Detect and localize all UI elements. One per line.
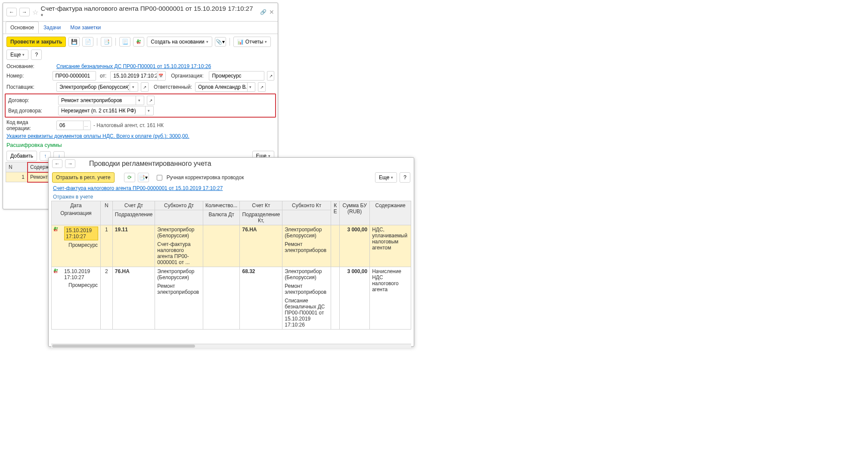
op-code-input[interactable]: …: [56, 121, 91, 130]
col-n[interactable]: N: [100, 201, 112, 225]
supplier-row: Поставщик: ▾ ↗ Ответственный: ▾ ↗: [3, 81, 278, 93]
date-input[interactable]: 📅: [110, 71, 166, 81]
calendar-icon[interactable]: 📅: [158, 72, 164, 80]
col-subdt[interactable]: Субконто Дт: [155, 201, 203, 210]
entries-toolbar: Отразить в регл. учете ⟳ 📑▾ Ручная корре…: [49, 170, 414, 185]
window-title: Проводки регламентированного учета: [89, 160, 211, 168]
op-code-label: Код вида операции:: [6, 119, 54, 131]
dtkt-icon[interactable]: ДтКт: [133, 37, 144, 47]
col-accdt[interactable]: Счет Дт: [112, 201, 155, 210]
contract-type-label: Вид договора:: [8, 108, 56, 114]
org-open-icon[interactable]: ↗: [267, 71, 274, 81]
attach-icon[interactable]: 📎▾: [215, 37, 226, 47]
col-ke[interactable]: КЕ: [331, 201, 340, 225]
entries-window: ← → Проводки регламентированного учета О…: [48, 157, 414, 347]
op-code-row: Код вида операции: … - Налоговый агент, …: [3, 118, 278, 132]
manual-checkbox[interactable]: [157, 174, 164, 180]
post-icon[interactable]: 📄: [82, 37, 93, 47]
create-based-button[interactable]: Создать на основании▾: [147, 37, 212, 47]
forward-button[interactable]: →: [19, 8, 30, 16]
cell-n: 1: [6, 172, 28, 182]
number-label: Номер:: [6, 73, 50, 79]
col-qty[interactable]: Количество...: [203, 201, 240, 210]
number-input[interactable]: [53, 71, 96, 81]
col-date[interactable]: Дата Организация: [52, 201, 101, 225]
supplier-label: Поставщик:: [6, 84, 54, 90]
col-sum[interactable]: Сумма БУ (RUB): [340, 201, 370, 225]
entries-table: Дата Организация N Счет Дт Субконто Дт К…: [51, 201, 411, 330]
number-row: Номер: от: 📅 Организация: ↗: [3, 70, 278, 81]
tab-main[interactable]: Основное: [6, 22, 39, 34]
post-and-close-button[interactable]: Провести и закрыть: [6, 37, 66, 47]
window-title: Счет-фактура налогового агента ПР00-0000…: [41, 5, 255, 19]
main-toolbar: Провести и закрыть 💾 📄 📑 📃 ДтКт Создать …: [3, 34, 278, 62]
more-button[interactable]: Еще▾: [375, 172, 397, 183]
chevron-down-icon[interactable]: ▾: [247, 83, 253, 91]
chevron-down-icon[interactable]: ▾: [145, 106, 152, 115]
help-button[interactable]: ?: [400, 172, 410, 183]
contract-type-input[interactable]: ▾: [58, 106, 154, 115]
contract-input[interactable]: ▾: [58, 96, 144, 105]
manual-label: Ручная корректировка проводок: [167, 174, 244, 180]
tab-tasks[interactable]: Задачи: [39, 22, 65, 34]
save-icon[interactable]: 💾: [68, 37, 80, 47]
supplier-input[interactable]: ▾: [56, 82, 138, 92]
col-dept[interactable]: Подразделение: [112, 210, 155, 225]
contract-open-icon[interactable]: ↗: [147, 96, 155, 105]
status-text: Отражен в учете: [49, 193, 414, 201]
reflect-button[interactable]: Отразить в регл. учете: [52, 172, 115, 183]
basis-label: Основание:: [6, 63, 54, 69]
supplier-open-icon[interactable]: ↗: [141, 82, 149, 92]
col-subkt[interactable]: Субконто Кт: [282, 201, 331, 210]
tabs: Основное Задачи Мои заметки: [3, 22, 278, 34]
org-label: Организация:: [171, 73, 206, 79]
horizontal-scrollbar[interactable]: [51, 344, 411, 348]
responsible-input[interactable]: ▾: [195, 82, 255, 92]
org-input[interactable]: [209, 71, 264, 81]
col-acckt[interactable]: Счет Кт: [240, 201, 282, 210]
basis-row: Основание: Списание безналичных ДС ПР00-…: [3, 62, 278, 70]
basis-link[interactable]: Списание безналичных ДС ПР00-П00001 от 1…: [56, 63, 211, 69]
doc-icon[interactable]: 📃: [119, 37, 130, 47]
forward-button[interactable]: →: [65, 159, 75, 168]
more-button[interactable]: Еще▾: [6, 50, 28, 60]
vat-doc-link[interactable]: Укажите реквизиты документов оплаты НДС.…: [6, 133, 189, 139]
col-content[interactable]: Содержание: [370, 201, 411, 225]
titlebar: ← → Проводки регламентированного учета: [49, 158, 414, 170]
col-deptkt[interactable]: Подразделение Кт,: [240, 210, 282, 225]
link-icon[interactable]: 🔗: [260, 9, 267, 15]
chevron-down-icon[interactable]: ▾: [130, 83, 136, 91]
contract-highlight: Договор: ▾ ↗ Вид договора: ▾: [5, 93, 276, 118]
breakdown-title: Расшифровка суммы: [3, 140, 278, 150]
contract-type-row: Вид договора: ▾: [7, 106, 273, 116]
help-button[interactable]: ?: [31, 50, 42, 60]
entry-row[interactable]: ДтКт15.10.2019 17:10:27Промресурс276.НАЭ…: [52, 267, 411, 330]
reports-button[interactable]: 📊 Отчеты▾: [233, 37, 271, 47]
ellipsis-icon[interactable]: …: [83, 121, 89, 130]
chevron-down-icon[interactable]: ▾: [136, 96, 142, 105]
vat-doc-row: Укажите реквизиты документов оплаты НДС.…: [3, 132, 278, 140]
add-button[interactable]: Добавить: [6, 151, 37, 161]
col-n[interactable]: N: [6, 162, 28, 172]
copy-icon[interactable]: 📑: [101, 37, 112, 47]
titlebar: ← → ☆ Счет-фактура налогового агента ПР0…: [3, 3, 278, 22]
entry-row[interactable]: ДтКт15.10.2019 17:10:27Промресурс119.11Э…: [52, 225, 411, 267]
responsible-label: Ответственный:: [154, 84, 192, 90]
back-button[interactable]: ←: [6, 8, 17, 16]
op-code-hint: - Налоговый агент, ст. 161 НК: [93, 122, 164, 128]
tab-notes[interactable]: Мои заметки: [65, 22, 105, 34]
favorite-icon[interactable]: ☆: [32, 8, 38, 16]
close-icon[interactable]: ✕: [269, 9, 274, 16]
back-button[interactable]: ←: [52, 159, 62, 168]
contract-label: Договор:: [8, 97, 56, 103]
date-label: от:: [100, 73, 106, 79]
contract-row: Договор: ▾ ↗: [7, 95, 273, 106]
col-curdt[interactable]: Валюта Дт: [203, 210, 240, 225]
refresh-icon[interactable]: ⟳: [124, 173, 135, 182]
copy-icon[interactable]: 📑▾: [138, 173, 149, 182]
source-link[interactable]: Счет-фактура налогового агента ПР00-0000…: [53, 185, 223, 191]
responsible-open-icon[interactable]: ↗: [258, 82, 266, 92]
